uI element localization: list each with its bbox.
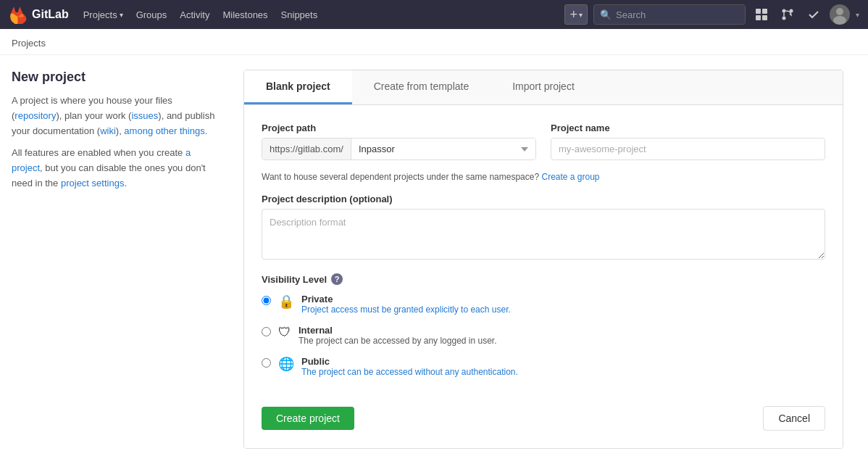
visibility-internal-radio[interactable]: [262, 327, 271, 336]
visibility-private-label: Private: [301, 294, 511, 304]
search-icon: 🔍: [600, 9, 612, 20]
chevron-down-icon: ▾: [120, 11, 123, 19]
svg-point-8: [836, 8, 843, 15]
namespace-hint: Want to house several dependent projects…: [262, 172, 825, 182]
visibility-help-icon[interactable]: ?: [331, 273, 343, 285]
nav-milestones[interactable]: Milestones: [217, 0, 273, 29]
tabs: Blank project Create from template Impor…: [244, 70, 843, 105]
project-path-name-row: Project path https://gitlab.com/ Inpasso…: [262, 123, 825, 160]
nav-groups[interactable]: Groups: [130, 0, 173, 29]
panels-icon-btn[interactable]: [751, 4, 772, 25]
description-label: Project description (optional): [262, 194, 825, 204]
visibility-public-label: Public: [301, 356, 518, 367]
brand-name: GitLab: [32, 8, 69, 21]
svg-rect-3: [762, 15, 767, 20]
svg-point-9: [833, 16, 846, 25]
chevron-down-icon: ▾: [579, 11, 583, 19]
description-group: Project description (optional): [262, 194, 825, 262]
sidebar-description-2: All features are enabled when you create…: [12, 146, 222, 191]
main-content: Blank project Create from template Impor…: [243, 70, 843, 449]
project-name-label: Project name: [551, 123, 825, 133]
brand-link[interactable]: GitLab: [9, 5, 69, 24]
project-settings-link[interactable]: project settings: [61, 178, 124, 188]
new-item-button[interactable]: + ▾: [564, 4, 588, 25]
search-input[interactable]: [616, 9, 739, 20]
merge-request-icon-btn[interactable]: [777, 4, 798, 25]
visibility-section: Visibility Level ? 🔒 Private Project acc…: [262, 273, 825, 377]
search-box: 🔍: [593, 4, 746, 25]
visibility-internal-option: 🛡 Internal The project can be accessed b…: [262, 325, 825, 346]
project-path-group: Project path https://gitlab.com/ Inpasso…: [262, 123, 536, 160]
path-prefix: https://gitlab.com/: [262, 138, 351, 160]
form-body: Project path https://gitlab.com/ Inpasso…: [244, 105, 843, 448]
globe-icon: 🌐: [278, 356, 294, 372]
form-actions: Create project Cancel: [262, 394, 825, 431]
create-project-link[interactable]: a project: [12, 147, 191, 173]
navbar: GitLab Projects ▾ Groups Activity Milest…: [0, 0, 868, 29]
visibility-public-radio[interactable]: [262, 358, 271, 368]
user-avatar[interactable]: [830, 4, 850, 25]
page-layout: New project A project is where you house…: [0, 55, 855, 463]
nav-projects[interactable]: Projects ▾: [78, 0, 129, 29]
project-path-label: Project path: [262, 123, 536, 133]
chevron-down-icon: ▾: [856, 11, 859, 19]
svg-point-4: [783, 9, 786, 13]
lock-icon: 🔒: [278, 294, 294, 310]
project-name-input[interactable]: [551, 138, 825, 160]
visibility-title: Visibility Level ?: [262, 273, 825, 285]
svg-rect-1: [762, 9, 767, 14]
namespace-select[interactable]: Inpassor: [351, 138, 535, 160]
page-title: New project: [12, 70, 222, 85]
visibility-private-option: 🔒 Private Project access must be granted…: [262, 294, 825, 315]
panels-icon: [755, 8, 768, 21]
visibility-public-option: 🌐 Public The project can be accessed wit…: [262, 356, 825, 377]
sidebar: New project A project is where you house…: [12, 70, 222, 449]
issues-link[interactable]: issues: [131, 110, 158, 121]
sidebar-description-1: A project is where you house your files …: [12, 94, 222, 138]
repository-link[interactable]: repository: [14, 110, 56, 121]
cancel-button[interactable]: Cancel: [763, 406, 825, 431]
shield-icon: 🛡: [278, 325, 291, 340]
tab-create-from-template[interactable]: Create from template: [352, 70, 491, 104]
svg-point-5: [783, 17, 786, 20]
svg-rect-2: [756, 15, 761, 20]
visibility-options: 🔒 Private Project access must be granted…: [262, 294, 825, 377]
create-group-link[interactable]: Create a group: [541, 172, 599, 182]
breadcrumb: Projects: [0, 29, 868, 55]
tab-import-project[interactable]: Import project: [491, 70, 596, 104]
avatar-icon: [830, 4, 850, 25]
wiki-link[interactable]: wiki: [100, 125, 116, 136]
merge-icon: [781, 8, 794, 21]
visibility-internal-label: Internal: [299, 325, 497, 336]
visibility-internal-desc: The project can be accessed by any logge…: [299, 336, 497, 346]
nav-actions: + ▾ 🔍 ▾: [564, 4, 859, 25]
nav-activity[interactable]: Activity: [174, 0, 215, 29]
tab-blank-project[interactable]: Blank project: [244, 70, 352, 104]
create-project-button[interactable]: Create project: [262, 407, 354, 430]
todos-icon-btn[interactable]: [804, 4, 824, 25]
nav-links: Projects ▾ Groups Activity Milestones Sn…: [78, 0, 324, 29]
visibility-private-desc: Project access must be granted explicitl…: [301, 304, 511, 315]
visibility-private-radio[interactable]: [262, 296, 271, 305]
description-textarea[interactable]: [262, 209, 825, 260]
visibility-public-desc: The project can be accessed without any …: [301, 367, 518, 377]
other-things-link[interactable]: among other things.: [124, 125, 207, 136]
svg-rect-0: [756, 9, 761, 14]
project-name-group: Project name: [551, 123, 825, 160]
gitlab-logo-icon: [9, 5, 28, 24]
check-icon: [807, 8, 820, 21]
nav-snippets[interactable]: Snippets: [275, 0, 324, 29]
path-input-group: https://gitlab.com/ Inpassor: [262, 138, 536, 160]
